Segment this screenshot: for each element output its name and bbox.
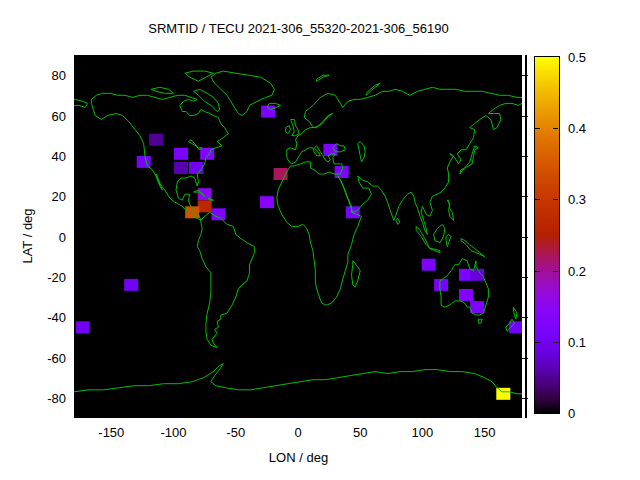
colorbar-tick-label: 0.3 <box>568 192 586 207</box>
chart-title: SRMTID / TECU 2021-306_55320-2021-306_56… <box>74 21 523 36</box>
data-point-square <box>470 301 484 313</box>
coastline-polyline <box>358 142 366 162</box>
coastline-polyline <box>446 235 451 247</box>
coastline-polyline <box>151 87 173 93</box>
colorbar-tick-label: 0.4 <box>568 121 586 136</box>
colorbar-tick-label: 0.2 <box>568 263 586 278</box>
y-tick-label: 60 <box>10 108 66 123</box>
data-point-square <box>198 200 212 212</box>
y-tick-label: 80 <box>10 68 66 83</box>
data-point-square <box>422 259 436 271</box>
gnuplot-map-chart: { "header": { "title": "SRMTID / TECU 20… <box>0 0 640 480</box>
y-axis-title: LAT / deg <box>20 208 35 263</box>
coastline-polyline <box>416 226 430 248</box>
coastline-polyline <box>396 218 400 224</box>
data-point-square <box>76 321 90 333</box>
colorbar-tic <box>535 199 540 200</box>
colorbar-tic <box>553 128 558 129</box>
x-tick-label: -150 <box>81 425 141 440</box>
coastline-polyline <box>317 75 329 81</box>
coastline-polyline <box>74 99 88 107</box>
data-points-layer <box>76 106 522 400</box>
right-border-tic <box>521 75 528 76</box>
y-tick-label: 20 <box>10 189 66 204</box>
colorbar-tick-label: 0.5 <box>568 50 586 65</box>
colorbar-tic <box>535 271 540 272</box>
coastline-polyline <box>461 239 485 257</box>
y-tick-label: -80 <box>10 390 66 405</box>
coastline-polyline <box>430 249 440 253</box>
coastline-polyline <box>434 224 445 242</box>
colorbar-tic <box>553 342 558 343</box>
y-tick-label: 0 <box>10 229 66 244</box>
colorbar-tic <box>535 128 540 129</box>
right-border-tic <box>521 237 528 238</box>
right-border-tic <box>521 116 528 117</box>
coastline-polyline <box>277 103 522 305</box>
right-border-tic <box>521 156 528 157</box>
right-border-tic <box>521 277 528 278</box>
coastline-polyline <box>185 71 214 81</box>
data-point-square <box>459 289 473 301</box>
right-border-tic <box>521 196 528 197</box>
coastline-polyline <box>286 126 291 134</box>
y-tick-label: -20 <box>10 269 66 284</box>
coastline-polyline <box>189 140 203 150</box>
colorbar-tic <box>553 199 558 200</box>
data-point-square <box>189 162 203 174</box>
coastline-polyline <box>447 200 453 220</box>
data-point-square <box>496 388 510 400</box>
plot-area <box>74 55 522 418</box>
coastline-polyline <box>478 319 482 323</box>
right-border-tic <box>521 398 528 399</box>
y-tick-label: -40 <box>10 310 66 325</box>
coastline-layer <box>74 71 522 394</box>
x-axis-title: LON / deg <box>74 450 523 465</box>
colorbar <box>534 56 560 414</box>
x-tick-label: 0 <box>268 425 328 440</box>
data-point-square <box>174 162 188 174</box>
data-point-square <box>260 196 274 208</box>
x-tick-label: -50 <box>206 425 266 440</box>
colorbar-tick-label: 0.1 <box>568 334 586 349</box>
coastline-polyline <box>194 89 220 111</box>
world-map-svg <box>74 55 522 418</box>
coastline-polyline <box>156 174 162 190</box>
coastline-polyline <box>74 364 522 394</box>
coastline-polyline <box>197 212 254 347</box>
coastline-polyline <box>352 261 361 287</box>
colorbar-tic <box>535 342 540 343</box>
colorbar-tic <box>553 271 558 272</box>
right-border-tic <box>521 317 528 318</box>
colorbar-tick-label: 0 <box>568 406 575 421</box>
data-point-square <box>434 279 448 291</box>
data-point-square <box>124 279 138 291</box>
coastline-polyline <box>287 93 348 174</box>
x-tick-label: -100 <box>144 425 204 440</box>
x-tick-label: 150 <box>455 425 515 440</box>
x-tick-label: 50 <box>330 425 390 440</box>
y-tick-label: -60 <box>10 350 66 365</box>
coastline-polyline <box>513 307 517 319</box>
coastline-polyline <box>348 87 522 101</box>
right-border-tic <box>521 358 528 359</box>
x-tick-label: 100 <box>392 425 452 440</box>
coastline-polyline <box>291 120 300 136</box>
data-point-square <box>137 156 151 168</box>
y-tick-label: 40 <box>10 148 66 163</box>
data-point-square <box>149 134 163 146</box>
data-point-square <box>261 106 275 118</box>
data-point-square <box>174 148 188 160</box>
